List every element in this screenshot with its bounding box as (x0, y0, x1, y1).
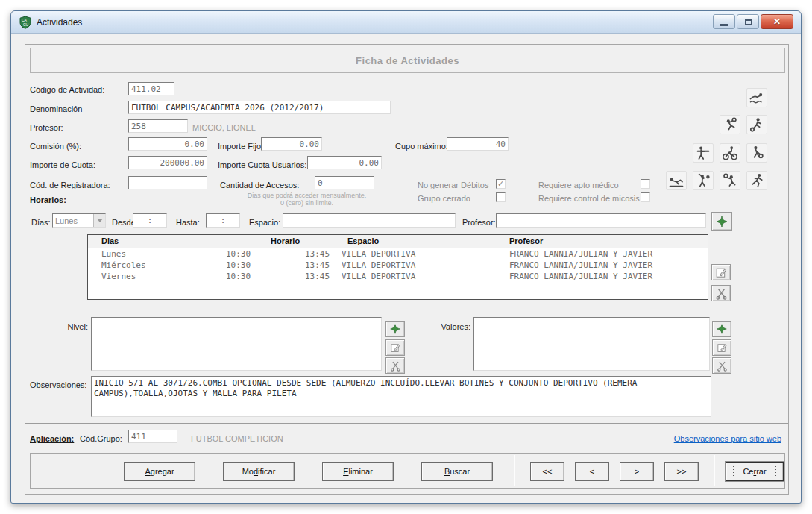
denominacion-input[interactable] (128, 101, 391, 114)
desde-input[interactable] (133, 213, 167, 228)
nav-first-button[interactable]: << (530, 462, 564, 481)
accesos-input[interactable] (315, 176, 374, 189)
modificar-button[interactable]: Modificar (223, 462, 295, 481)
buscar-button[interactable]: Buscar (421, 462, 493, 481)
importe-cuota-input[interactable] (128, 156, 207, 169)
profesor-label: Profesor: (30, 123, 63, 132)
accesos-hint: Dias que podrá acceder mensualmente. 0 (… (245, 192, 368, 207)
observaciones-web-link[interactable]: Observaciones para sitio web (674, 434, 781, 443)
running-icon[interactable] (746, 171, 767, 190)
add-valor-button[interactable] (712, 321, 731, 337)
dias-select[interactable]: Lunes (52, 213, 106, 228)
horarios-table-header: Dias Horario Espacio Profesor (88, 235, 708, 248)
profesor-name-display: MICCIO, LIONEL (192, 123, 256, 132)
delete-valor-button[interactable] (712, 357, 731, 374)
chevron-down-icon[interactable] (93, 214, 105, 227)
dias-label: Días: (31, 218, 51, 227)
cod-grupo-input[interactable] (128, 430, 177, 443)
soccer-icon[interactable] (746, 115, 767, 134)
delete-nivel-button[interactable] (385, 357, 405, 374)
shooting-icon[interactable] (693, 143, 714, 163)
separator (25, 423, 788, 424)
control-micosis-label: Requiere control de micosis (538, 194, 640, 203)
close-button[interactable]: ✕ (761, 14, 793, 29)
nav-prev-button[interactable]: < (575, 462, 609, 481)
app-icon: CA CU (19, 16, 32, 29)
add-icon (389, 323, 401, 335)
edit-nivel-button[interactable] (385, 339, 405, 356)
valores-label: Valores: (435, 322, 470, 331)
importe-fijo-input[interactable] (261, 137, 322, 151)
espacio-input[interactable] (283, 213, 456, 228)
table-row[interactable]: Miércoles 10:30 13:45 VILLA DEPORTIVA FR… (88, 260, 708, 271)
agregar-button[interactable]: Agregar (124, 462, 195, 481)
gymnastics-icon[interactable] (666, 171, 687, 190)
observaciones-label: Observaciones: (30, 380, 86, 389)
scissors-icon (716, 360, 728, 372)
table-row[interactable]: Lunes 10:30 13:45 VILLA DEPORTIVA FRANCO… (88, 249, 708, 260)
importe-fijo-label: Importe Fijo: (218, 142, 263, 151)
nav-next-button[interactable]: > (620, 462, 654, 481)
valores-listbox[interactable] (473, 317, 710, 371)
control-micosis-checkbox[interactable] (641, 192, 650, 202)
check-icon: ✓ (497, 179, 504, 188)
cerrar-button[interactable]: Cerrar (726, 462, 784, 481)
add-horario-button[interactable] (711, 212, 732, 231)
importe-cuota-usuarios-label: Importe Cuota Usuarios: (218, 160, 306, 169)
horario-profesor-input[interactable] (496, 213, 706, 228)
maximize-button[interactable] (737, 14, 759, 29)
nivel-listbox[interactable] (91, 317, 382, 371)
apto-medico-label: Requiere apto médico (538, 181, 619, 189)
nav-last-button[interactable]: >> (664, 462, 699, 481)
importe-cuota-label: Importe de Cuota: (30, 160, 95, 169)
volleyball-icon[interactable] (720, 171, 740, 190)
hasta-input[interactable] (206, 213, 240, 228)
cycling-icon[interactable] (720, 143, 740, 163)
observaciones-textarea[interactable]: INICIO 5/1 AL 30/1/26.COMBI OPCIONAL DES… (91, 376, 711, 417)
separator (514, 455, 515, 486)
accesos-label: Cantidad de Accesos: (220, 181, 299, 189)
eliminar-button[interactable]: Eliminar (322, 462, 394, 481)
horario-profesor-label: Profesor: (462, 218, 496, 227)
delete-horario-button[interactable] (711, 285, 731, 301)
codigo-input[interactable] (128, 82, 174, 95)
comision-label: Comisión (%): (30, 142, 81, 151)
grupo-cerrado-label: Grupo cerrado (418, 194, 470, 203)
registradora-label: Cód. de Registradora: (30, 181, 110, 189)
espacio-label: Espacio: (249, 218, 280, 227)
table-row[interactable]: Viernes 10:30 13:45 VILLA DEPORTIVA FRAN… (88, 272, 708, 282)
no-generar-debitos-checkbox[interactable]: ✓ (496, 179, 506, 189)
grupo-cerrado-checkbox[interactable] (496, 192, 506, 202)
col-dias: Dias (101, 236, 119, 245)
close-icon: ✕ (773, 16, 781, 27)
svg-text:CU: CU (23, 22, 29, 27)
swimming-icon[interactable] (746, 88, 767, 107)
minimize-button[interactable] (713, 14, 735, 29)
button-bar: Agregar Modificar Eliminar Buscar << < >… (30, 453, 785, 489)
no-generar-debitos-label: No generar Débitos (418, 181, 488, 189)
edit-valor-button[interactable] (712, 339, 731, 356)
scissors-icon (389, 360, 401, 372)
apto-medico-checkbox[interactable] (641, 179, 650, 189)
add-nivel-button[interactable] (385, 321, 405, 337)
scissors-icon (714, 286, 728, 300)
volleyball-attack-icon[interactable] (720, 115, 740, 134)
titlebar[interactable]: CA CU Actividades ✕ (11, 11, 801, 34)
hasta-label: Hasta: (176, 218, 200, 227)
horarios-table[interactable]: Dias Horario Espacio Profesor Lunes 10:3… (87, 234, 708, 300)
cupo-maximo-input[interactable] (447, 137, 509, 151)
col-horario: Horario (271, 236, 300, 245)
aplicacion-section-label: Aplicación: (30, 434, 74, 443)
form-header: Ficha de Actividades (30, 48, 785, 73)
importe-cuota-usuarios-input[interactable] (307, 156, 382, 169)
registradora-input[interactable] (128, 176, 207, 189)
cod-grupo-label: Cód.Grupo: (80, 434, 122, 443)
baseball-icon[interactable] (693, 171, 714, 190)
edit-icon (389, 342, 401, 354)
comision-input[interactable] (128, 137, 207, 151)
profesor-code-input[interactable] (128, 119, 188, 133)
denominacion-label: Denominación (30, 104, 82, 113)
basketball-icon[interactable] (746, 143, 767, 163)
page-title: Ficha de Actividades (356, 55, 459, 66)
edit-horario-button[interactable] (711, 264, 731, 280)
